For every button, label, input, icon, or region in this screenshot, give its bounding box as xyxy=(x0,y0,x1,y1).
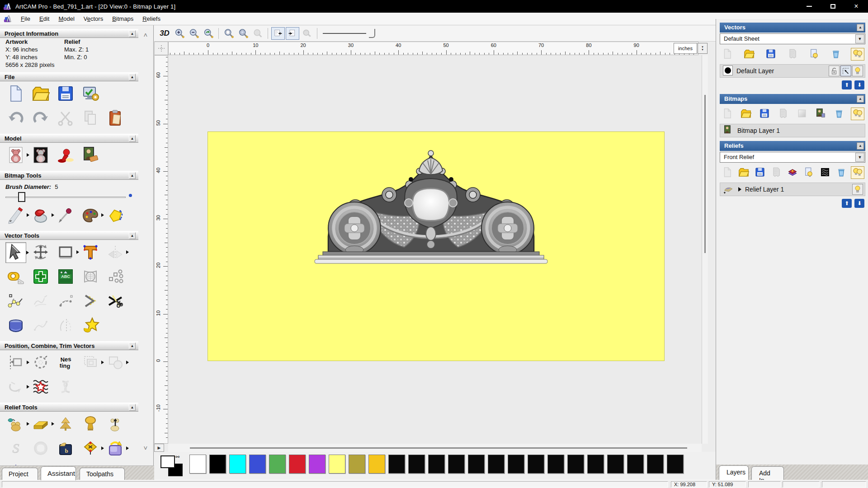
toggle-vector-view-button[interactable] xyxy=(286,27,299,40)
offset-relief-tool[interactable] xyxy=(80,438,101,459)
smooth-relief-tool[interactable]: S xyxy=(5,438,26,459)
collapse-section-button[interactable]: ▲ xyxy=(129,404,136,411)
weld-vectors-tool[interactable] xyxy=(105,352,126,373)
vector-texture-tool[interactable] xyxy=(30,377,51,398)
move-layer-up-button[interactable]: ⬆ xyxy=(842,199,852,208)
toggle-layer-visibility-button[interactable] xyxy=(807,48,821,61)
line-width-selector[interactable] xyxy=(322,28,375,39)
offset-vectors-tool[interactable] xyxy=(80,291,101,312)
zoom-previous-button[interactable] xyxy=(202,27,215,40)
relief-texture-button[interactable] xyxy=(818,166,832,179)
flyout-arrow-icon[interactable] xyxy=(52,422,54,426)
layer-row[interactable]: Default Layer xyxy=(720,64,865,78)
flyout-arrow-icon[interactable] xyxy=(126,250,129,254)
palette-swatch[interactable] xyxy=(448,455,465,474)
all-layers-visible-button[interactable] xyxy=(851,48,864,61)
palette-swatch[interactable] xyxy=(388,455,405,474)
flyout-arrow-icon[interactable] xyxy=(27,213,29,217)
tab-project[interactable]: Project xyxy=(2,468,38,480)
flyout-arrow-icon[interactable] xyxy=(27,361,29,364)
move-layer-down-button[interactable]: ⬇ xyxy=(854,199,864,208)
new-vector-layer-button[interactable] xyxy=(721,48,734,61)
menu-edit[interactable]: Edit xyxy=(35,14,54,24)
paint-tool[interactable] xyxy=(5,205,26,226)
new-bitmap-layer-button[interactable] xyxy=(721,108,734,120)
all-layers-visible-button[interactable] xyxy=(851,166,864,179)
delete-vector-layer-button[interactable] xyxy=(829,48,843,61)
open-bitmap-layer-button[interactable] xyxy=(739,108,753,120)
edit-bitmap-tool[interactable] xyxy=(80,145,101,166)
arc-editing-tool[interactable] xyxy=(55,291,76,312)
palette-swatch[interactable] xyxy=(468,455,485,474)
palette-swatch[interactable] xyxy=(329,455,345,474)
free-sketch-tool[interactable] xyxy=(30,291,51,312)
palette-swatch[interactable] xyxy=(368,455,385,474)
zoom-out-button[interactable] xyxy=(187,27,201,40)
vertical-scrollbar-thumb[interactable] xyxy=(704,95,706,253)
tab-layers[interactable]: Layers xyxy=(719,465,749,480)
relief-weave-tool[interactable] xyxy=(30,438,51,459)
zero-relief-tool[interactable] xyxy=(30,414,51,435)
merge-bitmap-layers-button[interactable] xyxy=(776,108,790,120)
colour-picker-tool[interactable] xyxy=(55,205,76,226)
nesting-tool[interactable]: Nesting xyxy=(55,352,76,373)
tab-toolpaths[interactable]: Toolpaths xyxy=(80,468,125,480)
open-vector-layer-button[interactable] xyxy=(742,48,756,61)
invert-model-tool[interactable] xyxy=(30,145,51,166)
flyout-arrow-icon[interactable] xyxy=(76,250,79,254)
zoom-in-button[interactable] xyxy=(173,27,186,40)
toggle-bitmap-view-button[interactable] xyxy=(271,27,285,40)
create-vector-boundary-tool[interactable] xyxy=(30,267,51,287)
reliefs-dropdown[interactable]: Front Relief▼ xyxy=(720,152,865,163)
select-vectors-tool[interactable] xyxy=(5,242,26,263)
move-layer-up-button[interactable]: ⬆ xyxy=(842,80,852,89)
expander-icon[interactable] xyxy=(738,187,741,192)
save-relief-layer-button[interactable] xyxy=(753,166,767,179)
cut-tool[interactable] xyxy=(55,108,76,129)
horizontal-scrollbar[interactable] xyxy=(168,444,702,452)
collapse-section-button[interactable]: ▲ xyxy=(129,172,136,179)
wrap-relief-tool[interactable] xyxy=(105,438,126,459)
palette-swatch[interactable] xyxy=(547,455,564,474)
paste-text-abc-tool[interactable]: ABC xyxy=(55,267,76,287)
paste-along-curve-tool[interactable] xyxy=(105,267,126,287)
new-model-tool[interactable] xyxy=(5,84,26,104)
zoom-object-button[interactable] xyxy=(251,27,264,40)
reset-relief-tool[interactable] xyxy=(105,414,126,435)
save-model-tool[interactable] xyxy=(55,84,76,104)
interlock-vectors-tool[interactable] xyxy=(55,377,76,398)
menu-vectors[interactable]: Vectors xyxy=(79,14,108,24)
palette-swatch[interactable] xyxy=(667,455,684,474)
flyout-arrow-icon[interactable] xyxy=(101,361,104,364)
palette-swatch[interactable] xyxy=(309,455,326,474)
layer-bulb-button[interactable] xyxy=(852,184,863,195)
flyout-arrow-icon[interactable] xyxy=(27,422,29,426)
palette-swatch[interactable] xyxy=(229,455,246,474)
layer-lock-button[interactable] xyxy=(829,66,840,76)
move-layer-down-button[interactable]: ⬇ xyxy=(854,80,864,89)
flyout-arrow-icon[interactable] xyxy=(52,213,54,217)
flyout-arrow-icon[interactable] xyxy=(126,446,129,450)
menu-bitmaps[interactable]: Bitmaps xyxy=(108,14,138,24)
palette-swatch[interactable] xyxy=(269,455,286,474)
merge-vector-layers-button[interactable] xyxy=(786,48,799,61)
edit-colour-palette-tool[interactable] xyxy=(80,205,101,226)
extrude-vectors-tool[interactable] xyxy=(5,315,26,336)
zoom-fit-button[interactable] xyxy=(236,27,250,40)
save-vector-layer-button[interactable] xyxy=(764,48,778,61)
delete-relief-layer-button[interactable] xyxy=(835,166,848,179)
paste-tool[interactable] xyxy=(105,108,126,129)
distort-vectors-tool[interactable] xyxy=(80,267,101,287)
palette-swatch[interactable] xyxy=(249,455,266,474)
bitmap-preview-button[interactable] xyxy=(814,108,827,120)
tab-assistant[interactable]: Assistant xyxy=(41,466,76,480)
horizontal-scrollbar-thumb[interactable] xyxy=(190,447,687,449)
flyout-arrow-icon[interactable] xyxy=(27,385,29,389)
palette-swatch[interactable] xyxy=(349,455,365,474)
create-text-tool[interactable] xyxy=(80,242,101,263)
trim-vectors-tool[interactable] xyxy=(105,291,126,312)
primary-secondary-colour-indicator[interactable]: ⚯ xyxy=(160,455,185,477)
menu-reliefs[interactable]: Reliefs xyxy=(138,14,165,24)
mirror-half-tool[interactable] xyxy=(55,315,76,336)
create-star-tool[interactable] xyxy=(80,315,101,336)
